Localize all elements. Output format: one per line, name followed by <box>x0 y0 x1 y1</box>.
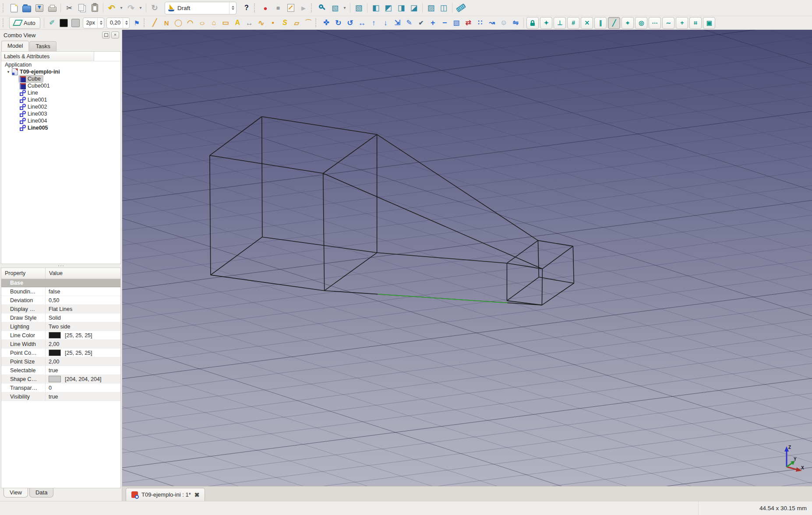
draft-wire[interactable]: N <box>161 18 172 28</box>
draft-array[interactable]: ∷ <box>474 18 486 28</box>
close-document-icon[interactable]: ✖ <box>194 492 200 498</box>
draft-line[interactable]: ╱ <box>149 18 160 28</box>
property-row-point-co[interactable]: Point Co…[25, 25, 25] <box>1 349 120 357</box>
view-bottom[interactable]: ▨ <box>425 2 437 14</box>
face-color-swatch[interactable] <box>70 18 81 28</box>
draft-facebinder[interactable]: ▱ <box>291 18 302 28</box>
property-value[interactable]: [25, 25, 25] <box>46 332 120 339</box>
snap-extension[interactable]: ╱ <box>608 17 620 29</box>
line-color-swatch[interactable] <box>58 18 70 28</box>
draft-shape2dview[interactable]: ▧ <box>451 18 462 28</box>
column-header-property[interactable]: Property <box>1 268 46 279</box>
whats-this[interactable]: ? <box>240 2 253 14</box>
property-value[interactable]: 0 <box>46 385 120 391</box>
tab-data[interactable]: Data <box>29 488 53 497</box>
snap-lock[interactable] <box>526 17 539 29</box>
undo[interactable]: ↶ <box>106 2 118 14</box>
property-row-boundin[interactable]: Boundin…false <box>1 287 120 296</box>
draft-add-point[interactable]: + <box>427 18 438 28</box>
property-row-point-size[interactable]: Point Size2,00 <box>1 357 120 366</box>
draft-ellipse[interactable]: ○ <box>196 18 208 28</box>
draft-circle[interactable]: ◯ <box>173 18 184 28</box>
draft-text[interactable]: A <box>232 18 243 28</box>
draft-upgrade[interactable]: ↑ <box>368 18 379 28</box>
close-panel-button[interactable]: × <box>111 32 119 39</box>
view-top[interactable]: ◩ <box>382 2 395 14</box>
property-value[interactable]: Flat Lines <box>46 306 120 312</box>
draft-trimex[interactable]: ↔ <box>356 18 367 28</box>
tree-item-line001[interactable]: Line001 <box>1 96 120 103</box>
draft-downgrade[interactable]: ↓ <box>380 18 391 28</box>
column-header-value[interactable]: Value <box>46 268 120 279</box>
toggle-construction-mode[interactable]: ✐ <box>46 18 58 28</box>
property-row-selectable[interactable]: Selectabletrue <box>1 366 120 375</box>
line-width-field[interactable]: 2px <box>83 18 104 28</box>
tab-model[interactable]: Model <box>1 41 29 51</box>
property-row-visibility[interactable]: Visibilitytrue <box>1 392 120 401</box>
snap-endpoint[interactable]: ✦ <box>540 17 552 29</box>
tree-item-line[interactable]: Line <box>1 89 120 96</box>
property-value[interactable]: 0,50 <box>46 297 120 303</box>
draw-style-dropdown[interactable]: ▾ <box>342 2 348 14</box>
property-value[interactable]: Solid <box>46 315 120 321</box>
draft-bspline[interactable]: ∿ <box>255 18 267 28</box>
view-left[interactable]: ◫ <box>438 2 450 14</box>
draft-rotate[interactable]: ↻ <box>332 18 344 28</box>
property-row-lighting[interactable]: LightingTwo side <box>1 322 120 331</box>
expander-icon[interactable]: ▾ <box>6 70 11 74</box>
draft-arc[interactable]: ◠ <box>184 18 196 28</box>
snap-intersection[interactable]: ✕ <box>581 17 593 29</box>
draft-point[interactable]: ● <box>267 18 279 28</box>
tree-item-line005[interactable]: Line005 <box>1 124 120 131</box>
draft-offset[interactable]: ↺ <box>344 18 356 28</box>
fit-all[interactable] <box>316 2 328 14</box>
macro-edit[interactable] <box>285 2 297 14</box>
panel-splitter[interactable] <box>0 264 122 268</box>
float-panel-button[interactable] <box>102 32 110 39</box>
view-front[interactable]: ◧ <box>370 2 382 14</box>
tree-item-line003[interactable]: Line003 <box>1 110 120 117</box>
paste[interactable] <box>88 2 101 14</box>
draft-move[interactable]: ✜ <box>321 18 332 28</box>
snap-parallel[interactable]: ∥ <box>594 17 607 29</box>
wireframe-model[interactable] <box>210 116 574 305</box>
refresh[interactable]: ↻ <box>148 2 161 14</box>
tree-item-line004[interactable]: Line004 <box>1 117 120 124</box>
draft-subelement[interactable]: ✔ <box>415 18 427 28</box>
tree-header-labels-attributes[interactable]: Labels & Attributes <box>1 52 94 61</box>
draft-bezcurve[interactable]: ⌒ <box>303 18 314 28</box>
tree-item-cube001[interactable]: Cube001 <box>1 82 120 89</box>
macro-record[interactable]: ● <box>259 2 272 14</box>
snap-dimensions[interactable]: ⌗ <box>689 17 702 29</box>
cut[interactable]: ✂ <box>63 2 75 14</box>
tab-tasks[interactable]: Tasks <box>29 41 56 51</box>
draft-delete-point[interactable]: − <box>439 18 450 28</box>
tree-item-t09-ejemplo-ini[interactable]: ▾T09-ejemplo-ini <box>1 68 120 75</box>
property-value[interactable]: false <box>46 289 120 295</box>
line-width-field-spinner[interactable] <box>97 18 102 28</box>
snap-grid[interactable]: # <box>567 17 579 29</box>
open-document[interactable] <box>21 2 33 14</box>
property-value[interactable]: [25, 25, 25] <box>46 349 120 356</box>
apply-style[interactable]: ⚑ <box>131 18 142 28</box>
print-document[interactable] <box>46 2 58 14</box>
draft-polygon[interactable]: ⌂ <box>208 18 219 28</box>
draw-style[interactable]: ▧ <box>329 2 341 14</box>
draft-clone[interactable]: ☺ <box>498 18 509 28</box>
property-row-display[interactable]: Display …Flat Lines <box>1 305 120 314</box>
draft-path-array[interactable]: ↝ <box>486 18 498 28</box>
redo[interactable]: ↷ <box>125 2 137 14</box>
property-value[interactable]: 2,00 <box>46 359 120 365</box>
draft-dimension[interactable]: ↔ <box>244 18 255 28</box>
property-group-base[interactable]: Base <box>1 279 120 287</box>
document-tab[interactable]: T09-ejemplo-ini : 1* ✖ <box>126 488 205 501</box>
property-value[interactable]: Two side <box>46 324 120 330</box>
snap-center[interactable]: ⌖ <box>621 17 634 29</box>
tree-item-line002[interactable]: Line002 <box>1 103 120 110</box>
new-document[interactable] <box>8 2 20 14</box>
property-row-shape-c[interactable]: Shape C…[204, 204, 204] <box>1 375 120 384</box>
3d-viewport[interactable]: Z Y X <box>122 30 812 486</box>
property-row-line-width[interactable]: Line Width2,00 <box>1 340 120 349</box>
snap-special[interactable]: ⋯ <box>649 17 661 29</box>
view-axonometric[interactable]: ▧ <box>353 2 365 14</box>
